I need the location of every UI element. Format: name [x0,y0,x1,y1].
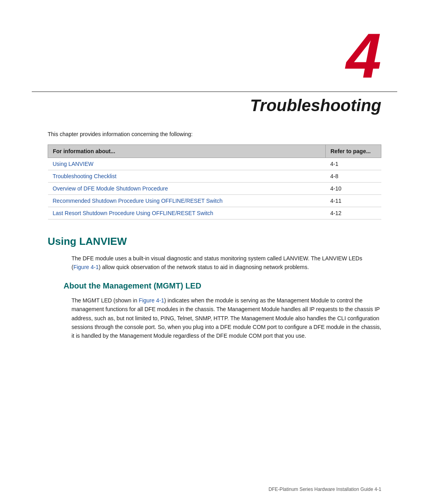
lanview-body-text: The DFE module uses a built-in visual di… [48,254,381,272]
table-cell-page: 4-11 [326,195,381,207]
table-topic-link[interactable]: Last Resort Shutdown Procedure Using OFF… [53,210,213,216]
table-topic-link[interactable]: Overview of DFE Module Shutdown Procedur… [53,185,168,192]
table-cell-topic[interactable]: Recommended Shutdown Procedure Using OFF… [48,195,326,207]
table-row: Overview of DFE Module Shutdown Procedur… [48,183,381,195]
table-row: Last Resort Shutdown Procedure Using OFF… [48,207,381,219]
footer-text: DFE-Platinum Series Hardware Installatio… [269,487,381,492]
table-row: Using LANVIEW4-1 [48,158,381,170]
chapter-number: 4 [346,20,381,91]
table-topic-link[interactable]: Troubleshooting Checklist [53,173,117,179]
toc-table: For information about... Refer to page..… [48,144,381,219]
col2-header: Refer to page... [326,145,381,158]
page: 4 Troubleshooting This chapter provides … [0,0,429,504]
mgmt-figure-link[interactable]: Figure 4-1 [139,297,164,304]
chapter-title: Troubleshooting [250,96,381,115]
table-row: Troubleshooting Checklist4-8 [48,170,381,183]
col1-header: For information about... [48,145,326,158]
table-header-row: For information about... Refer to page..… [48,145,381,158]
table-cell-page: 4-10 [326,183,381,195]
table-cell-topic[interactable]: Last Resort Shutdown Procedure Using OFF… [48,207,326,219]
table-cell-page: 4-1 [326,158,381,170]
lanview-figure-link[interactable]: Figure 4-1 [73,264,99,270]
section-heading-lanview: Using LANVIEW [48,235,381,248]
table-cell-page: 4-12 [326,207,381,219]
table-cell-page: 4-8 [326,170,381,183]
chapter-title-area: Troubleshooting [0,92,429,131]
chapter-number-area: 4 [0,0,429,91]
table-topic-link[interactable]: Recommended Shutdown Procedure Using OFF… [53,198,223,204]
content-area: This chapter provides information concer… [0,131,429,340]
mgmt-led-body-text: The MGMT LED (shown in Figure 4-1) indic… [48,296,381,340]
intro-text: This chapter provides information concer… [48,131,381,137]
table-cell-topic[interactable]: Overview of DFE Module Shutdown Procedur… [48,183,326,195]
table-cell-topic[interactable]: Using LANVIEW [48,158,326,170]
table-cell-topic[interactable]: Troubleshooting Checklist [48,170,326,183]
page-footer: DFE-Platinum Series Hardware Installatio… [269,487,381,492]
table-row: Recommended Shutdown Procedure Using OFF… [48,195,381,207]
subsection-heading-mgmt: About the Management (MGMT) LED [48,281,381,290]
table-topic-link[interactable]: Using LANVIEW [53,161,94,167]
